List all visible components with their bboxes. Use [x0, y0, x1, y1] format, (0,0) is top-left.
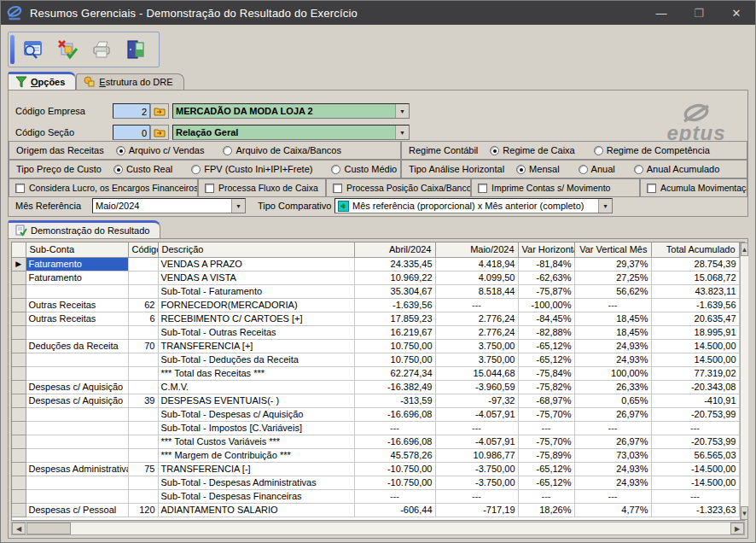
- cell[interactable]: 20.635,47: [651, 312, 739, 325]
- tipo-comparativo-combobox[interactable]: Mês referência (proporcional) x Mês ante…: [334, 198, 613, 213]
- cell[interactable]: Sub-Total - Outras Receitas: [158, 325, 354, 339]
- cell[interactable]: Sub-Total - Deduções da Receita: [158, 353, 354, 366]
- hscroll-thumb[interactable]: [26, 523, 71, 534]
- cell[interactable]: 29,37%: [574, 257, 651, 271]
- cell[interactable]: [128, 421, 158, 435]
- cell[interactable]: [128, 366, 158, 380]
- cell[interactable]: 4.418,94: [435, 257, 518, 271]
- cell[interactable]: -4.057,91: [435, 407, 518, 421]
- cell[interactable]: *** Total das Receitas ***: [158, 366, 354, 380]
- cell[interactable]: 10.750,00: [354, 339, 435, 353]
- cell[interactable]: -606,44: [354, 503, 435, 517]
- cell[interactable]: ---: [435, 489, 518, 503]
- cell[interactable]: -10.750,00: [354, 462, 435, 476]
- toolbar-grip[interactable]: [10, 35, 15, 64]
- chevron-down-icon[interactable]: ▼: [395, 104, 409, 118]
- cell[interactable]: -97,32: [435, 394, 518, 407]
- radio-icon[interactable]: [223, 146, 232, 155]
- preview-report-button[interactable]: [18, 35, 49, 64]
- cell[interactable]: Sub-Total - Despesas Financeiras: [158, 489, 354, 503]
- cell[interactable]: -1.639,56: [354, 298, 435, 312]
- radio-option[interactable]: Anual Acumulado: [634, 164, 720, 174]
- company-code-input[interactable]: [113, 103, 150, 119]
- cell[interactable]: -14.500,00: [651, 476, 739, 489]
- checkbox-item[interactable]: Processa Fluxo de Caixa: [198, 178, 326, 197]
- cell[interactable]: -65,12%: [518, 353, 574, 366]
- cell[interactable]: -75,84%: [518, 366, 574, 380]
- cell[interactable]: *** Margem de Contribuição ***: [158, 448, 354, 462]
- cell[interactable]: [26, 489, 128, 503]
- cell[interactable]: -3.750,00: [435, 462, 518, 476]
- cell[interactable]: 10.969,22: [354, 271, 435, 284]
- cell[interactable]: 4,77%: [574, 503, 651, 517]
- cell[interactable]: 8.518,44: [435, 284, 518, 298]
- cell[interactable]: 16.219,67: [354, 325, 435, 339]
- cell[interactable]: 17.859,23: [354, 312, 435, 325]
- cell[interactable]: ---: [435, 298, 518, 312]
- radio-option[interactable]: Arquivo de Caixa/Bancos: [223, 145, 341, 155]
- cell[interactable]: [128, 435, 158, 448]
- cell[interactable]: 2.776,24: [435, 325, 518, 339]
- cell[interactable]: 18,45%: [574, 325, 651, 339]
- cell[interactable]: 73,03%: [574, 448, 651, 462]
- cell[interactable]: [26, 407, 128, 421]
- cell[interactable]: 70: [128, 339, 158, 353]
- table-row[interactable]: Sub-Total - Deduções da Receita10.750,00…: [12, 353, 739, 366]
- cell[interactable]: Deduções da Receita: [26, 339, 128, 353]
- radio-option[interactable]: Regime de Caixa: [490, 145, 574, 155]
- cell[interactable]: 18,26%: [518, 503, 574, 517]
- exit-button[interactable]: [120, 35, 151, 64]
- cell[interactable]: VENDAS A VISTA: [158, 271, 354, 284]
- radio-icon[interactable]: [516, 165, 526, 174]
- radio-option[interactable]: Custo Real: [113, 164, 172, 174]
- radio-option[interactable]: FPV (Custo Ini+IPI+Frete): [191, 164, 312, 174]
- cell[interactable]: [26, 435, 128, 448]
- radio-icon[interactable]: [490, 146, 499, 155]
- cell[interactable]: 120: [128, 503, 158, 517]
- cell[interactable]: ---: [435, 421, 518, 435]
- chevron-down-icon[interactable]: ▼: [231, 199, 245, 213]
- cell[interactable]: [26, 421, 128, 435]
- cell[interactable]: 24,93%: [574, 353, 651, 366]
- radio-icon[interactable]: [594, 146, 603, 155]
- cell[interactable]: Despesas c/ Pessoal: [26, 503, 128, 517]
- cell[interactable]: [128, 257, 158, 271]
- cell[interactable]: ---: [354, 489, 435, 503]
- cell[interactable]: -20.753,99: [651, 407, 739, 421]
- radio-option[interactable]: Anual: [579, 164, 615, 174]
- table-row[interactable]: Deduções da Receita70TRANSFERENCIA [+]10…: [12, 339, 739, 353]
- cell[interactable]: [128, 325, 158, 339]
- cell[interactable]: FORNECEDOR(MERCADORIA): [158, 298, 354, 312]
- scroll-right-icon[interactable]: ▶: [730, 523, 744, 534]
- cell[interactable]: 4.099,50: [435, 271, 518, 284]
- column-header[interactable]: Var Vertical Mês: [574, 242, 651, 257]
- radio-option[interactable]: Regime de Competência: [594, 145, 710, 155]
- section-code-input[interactable]: [113, 125, 150, 140]
- cell[interactable]: ---: [574, 421, 651, 435]
- cell[interactable]: -65,12%: [518, 339, 574, 353]
- cell[interactable]: -1.323,63: [651, 503, 739, 517]
- company-lookup-button[interactable]: [150, 103, 169, 119]
- cell[interactable]: [128, 476, 158, 489]
- cell[interactable]: -81,84%: [518, 257, 574, 271]
- cell[interactable]: 14.500,00: [651, 353, 739, 366]
- cell[interactable]: [26, 476, 128, 489]
- radio-option[interactable]: Arquivo c/ Vendas: [116, 145, 205, 155]
- cell[interactable]: *** Total Custos Variáveis ***: [158, 435, 354, 448]
- checkbox-item[interactable]: Processa Posição Caixa/Bancos: [326, 178, 471, 197]
- cell[interactable]: -10.750,00: [354, 476, 435, 489]
- cell[interactable]: 24,93%: [574, 476, 651, 489]
- mes-referencia-combobox[interactable]: Maio/2024 ▼: [92, 198, 246, 213]
- cell[interactable]: ---: [354, 421, 435, 435]
- column-header[interactable]: Abril/2024: [354, 242, 435, 257]
- cell[interactable]: [128, 271, 158, 284]
- cell[interactable]: TRANSFERENCIA [-]: [158, 462, 354, 476]
- table-row[interactable]: Outras Receitas62FORNECEDOR(MERCADORIA)-…: [12, 298, 739, 312]
- cell[interactable]: Sub-Total - Despesas Administrativas: [158, 476, 354, 489]
- cell[interactable]: -16.696,08: [354, 407, 435, 421]
- radio-icon[interactable]: [579, 165, 588, 174]
- checkbox-icon[interactable]: [333, 184, 342, 193]
- chevron-down-icon[interactable]: ▼: [395, 126, 409, 139]
- cell[interactable]: 62.274,34: [354, 366, 435, 380]
- radio-option[interactable]: Mensal: [516, 164, 559, 174]
